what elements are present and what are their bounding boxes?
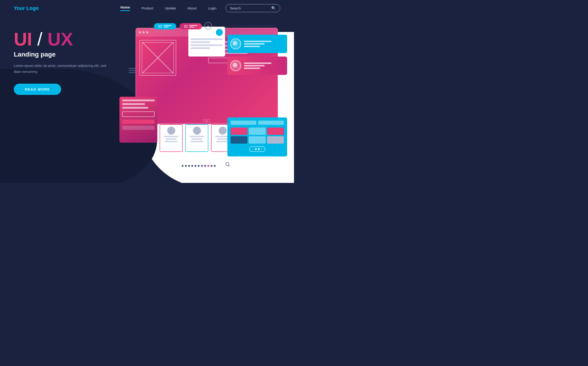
- sdot-8-active[interactable]: [207, 165, 209, 167]
- sdot-10[interactable]: [214, 165, 216, 167]
- brc-cell-pink-1: [231, 128, 247, 135]
- wct-line-1: [191, 38, 223, 40]
- form-input-field: [122, 111, 155, 117]
- brc-top-fields: [231, 121, 284, 125]
- right-floating-cards: [227, 35, 287, 75]
- hero-section: UI / UX Landing page Lorem ipsum dolor s…: [0, 16, 294, 170]
- browser-dot-3: [146, 31, 148, 34]
- nav-link-update[interactable]: Update: [165, 6, 176, 10]
- tab-line-1: [164, 25, 172, 26]
- profile-line-2b: [191, 138, 202, 140]
- search-bottom-icon: [225, 162, 230, 168]
- profile-cards: [160, 124, 234, 152]
- nav-item-home[interactable]: Home: [120, 5, 130, 11]
- rc-line-2: [244, 43, 265, 45]
- nav-link-login[interactable]: Login: [208, 6, 216, 10]
- right-card-blue: [227, 35, 287, 53]
- sdot-4[interactable]: [195, 165, 196, 167]
- tab-icon-pink: [184, 25, 188, 28]
- right-card-lines-blue: [244, 41, 271, 47]
- floating-tab-blue: [154, 23, 176, 29]
- nav-item-about[interactable]: About: [188, 6, 196, 10]
- wct-line-3: [191, 44, 223, 46]
- wct-line-2: [191, 41, 210, 43]
- svg-line-2: [228, 165, 230, 166]
- read-more-button[interactable]: READ MORE: [14, 84, 61, 95]
- sdot-0[interactable]: [182, 165, 183, 167]
- right-card-pink: [227, 56, 287, 75]
- sdot-2[interactable]: [188, 165, 190, 167]
- rc-line-6: [244, 68, 260, 69]
- hero-title: UI / UX: [14, 30, 110, 48]
- brc-cell-gray-1: [267, 136, 284, 144]
- nav-item-update[interactable]: Update: [165, 6, 176, 10]
- rc-line-3: [244, 46, 260, 47]
- sdot-7[interactable]: [204, 165, 206, 167]
- floating-tab-pink: [180, 23, 202, 29]
- form-btn-pink: [122, 120, 155, 124]
- nav-link-about[interactable]: About: [188, 6, 196, 10]
- tab-icon-blue: [158, 25, 162, 28]
- svg-point-1: [226, 162, 229, 166]
- profile-line-1a: [164, 136, 179, 137]
- right-card-avatar-blue: [230, 38, 241, 49]
- profile-line-2a: [189, 136, 204, 137]
- profile-line-2c: [190, 141, 203, 142]
- hero-subtitle: Landing page: [14, 51, 110, 58]
- browser-dot-1: [139, 31, 141, 34]
- rc-line-4: [244, 62, 271, 64]
- brc-controls: − +: [231, 146, 284, 152]
- brc-cell-lightblue-2: [249, 136, 265, 144]
- nav-link-product[interactable]: Product: [142, 6, 153, 10]
- brc-grid: [231, 128, 284, 144]
- sdot-9[interactable]: [211, 165, 212, 167]
- sdot-1[interactable]: [185, 165, 187, 167]
- profile-card-2: [185, 124, 208, 152]
- white-info-card: [188, 27, 225, 56]
- form-btn-dark: [122, 126, 155, 130]
- avatar-2: [193, 127, 201, 135]
- brc-minus-icon: −: [252, 147, 254, 151]
- form-line-2: [122, 103, 145, 105]
- profile-line-3b: [217, 138, 228, 140]
- nav-item-product[interactable]: Product: [142, 6, 153, 10]
- profile-card-1: [160, 124, 183, 152]
- navbar: Your Logo Home Product Update About Logi…: [0, 0, 294, 16]
- browser-nav-indicator: ◁▷: [203, 119, 210, 122]
- floating-tabs: [154, 23, 202, 29]
- right-card-lines-pink: [244, 62, 271, 69]
- hero-illustration: +: [117, 23, 280, 170]
- right-card-avatar-pink: [230, 60, 241, 71]
- slider-dots: [182, 165, 216, 167]
- form-line-3: [122, 107, 148, 109]
- brc-cell-lightblue-1: [249, 128, 265, 135]
- sdot-3[interactable]: [191, 165, 193, 167]
- title-ux: UX: [42, 29, 73, 49]
- sdot-6[interactable]: [201, 165, 203, 167]
- wireframe-image-placeholder: [139, 40, 176, 76]
- form-card: [120, 97, 157, 143]
- tab-lines-blue: [164, 25, 172, 28]
- avatar-3: [219, 127, 227, 135]
- tab-lines-pink: [189, 25, 197, 28]
- brc-field-2: [258, 121, 284, 125]
- avatar-1: [167, 127, 175, 135]
- brc-cell-pink-2: [267, 128, 284, 135]
- logo: Your Logo: [14, 5, 38, 11]
- search-input[interactable]: [230, 6, 269, 10]
- browser-nav-arrows: ◁▷: [205, 120, 209, 122]
- bottom-right-card: − +: [227, 117, 287, 156]
- nav-item-login[interactable]: Login: [208, 6, 216, 10]
- brc-ctrl-btn[interactable]: − +: [249, 146, 265, 152]
- search-box[interactable]: 🔍: [226, 4, 280, 12]
- plus-button[interactable]: +: [204, 22, 212, 29]
- form-line-1: [122, 99, 155, 101]
- profile-line-3c: [216, 141, 229, 142]
- nav-link-home[interactable]: Home: [120, 5, 130, 11]
- title-slash: /: [32, 29, 42, 49]
- tab-line-3: [189, 25, 197, 26]
- hero-description: Lorem ipsum dolor sit amet, consectetuer…: [14, 63, 110, 75]
- tab-line-2: [164, 27, 169, 28]
- rc-line-1: [244, 41, 271, 42]
- sdot-5[interactable]: [198, 165, 200, 167]
